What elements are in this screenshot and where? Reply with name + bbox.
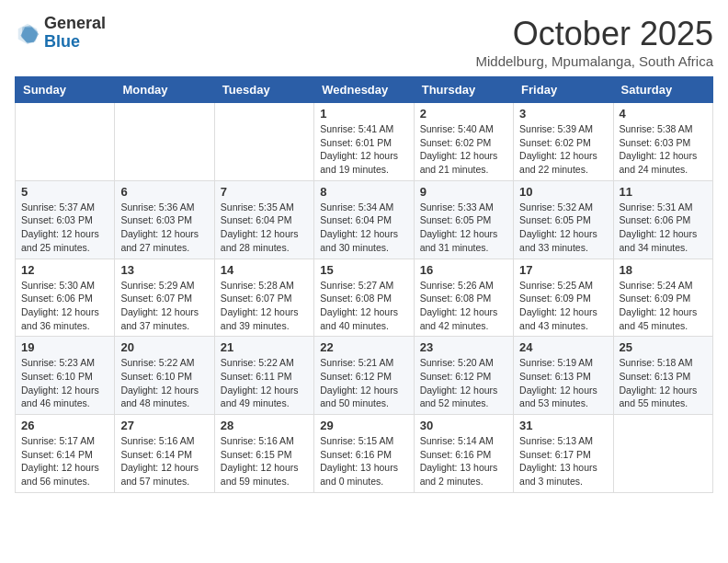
table-row: 15Sunrise: 5:27 AMSunset: 6:08 PMDayligh…	[314, 259, 414, 337]
table-row: 24Sunrise: 5:19 AMSunset: 6:13 PMDayligh…	[514, 337, 613, 415]
table-row: 3Sunrise: 5:39 AMSunset: 6:02 PMDaylight…	[514, 103, 613, 181]
table-row: 29Sunrise: 5:15 AMSunset: 6:16 PMDayligh…	[314, 415, 414, 493]
table-row: 2Sunrise: 5:40 AMSunset: 6:02 PMDaylight…	[414, 103, 513, 181]
day-info: Sunrise: 5:36 AMSunset: 6:03 PMDaylight:…	[120, 201, 208, 255]
day-number: 24	[519, 340, 607, 354]
day-info: Sunrise: 5:33 AMSunset: 6:05 PMDaylight:…	[420, 201, 507, 255]
day-info: Sunrise: 5:25 AMSunset: 6:09 PMDaylight:…	[519, 279, 607, 333]
table-row: 6Sunrise: 5:36 AMSunset: 6:03 PMDaylight…	[115, 180, 214, 259]
table-row: 10Sunrise: 5:32 AMSunset: 6:05 PMDayligh…	[514, 180, 613, 259]
table-row	[16, 103, 115, 181]
logo-text: General Blue	[44, 15, 106, 52]
day-info: Sunrise: 5:39 AMSunset: 6:02 PMDaylight:…	[519, 122, 607, 177]
day-info: Sunrise: 5:21 AMSunset: 6:12 PMDaylight:…	[320, 356, 407, 410]
day-number: 7	[221, 185, 308, 199]
day-info: Sunrise: 5:22 AMSunset: 6:11 PMDaylight:…	[221, 356, 308, 410]
day-info: Sunrise: 5:16 AMSunset: 6:15 PMDaylight:…	[221, 434, 308, 488]
day-info: Sunrise: 5:28 AMSunset: 6:07 PMDaylight:…	[221, 279, 308, 333]
table-row: 12Sunrise: 5:30 AMSunset: 6:06 PMDayligh…	[16, 259, 115, 337]
day-info: Sunrise: 5:13 AMSunset: 6:17 PMDaylight:…	[519, 434, 607, 488]
day-number: 9	[420, 185, 507, 199]
logo: General Blue	[15, 15, 106, 52]
table-row: 5Sunrise: 5:37 AMSunset: 6:03 PMDaylight…	[16, 180, 115, 259]
day-info: Sunrise: 5:40 AMSunset: 6:02 PMDaylight:…	[420, 122, 507, 177]
day-info: Sunrise: 5:31 AMSunset: 6:06 PMDaylight:…	[620, 201, 707, 255]
table-row: 20Sunrise: 5:22 AMSunset: 6:10 PMDayligh…	[115, 337, 214, 415]
col-friday: Friday	[514, 77, 613, 103]
table-row: 30Sunrise: 5:14 AMSunset: 6:16 PMDayligh…	[414, 415, 513, 493]
day-number: 18	[620, 263, 707, 277]
day-number: 1	[320, 107, 407, 121]
day-number: 16	[420, 263, 507, 277]
day-number: 14	[221, 263, 308, 277]
day-number: 19	[21, 340, 108, 354]
table-row: 17Sunrise: 5:25 AMSunset: 6:09 PMDayligh…	[514, 259, 613, 337]
day-info: Sunrise: 5:14 AMSunset: 6:16 PMDaylight:…	[420, 434, 507, 488]
day-number: 6	[120, 185, 208, 199]
table-row: 31Sunrise: 5:13 AMSunset: 6:17 PMDayligh…	[514, 415, 613, 493]
table-row: 26Sunrise: 5:17 AMSunset: 6:14 PMDayligh…	[16, 415, 115, 493]
title-block: October 2025 Middelburg, Mpumalanga, Sou…	[476, 15, 713, 69]
day-number: 23	[420, 340, 507, 354]
day-info: Sunrise: 5:30 AMSunset: 6:06 PMDaylight:…	[21, 279, 108, 333]
table-row	[214, 103, 313, 181]
table-row: 1Sunrise: 5:41 AMSunset: 6:01 PMDaylight…	[314, 103, 414, 181]
day-info: Sunrise: 5:38 AMSunset: 6:03 PMDaylight:…	[620, 122, 707, 177]
calendar-week-row: 12Sunrise: 5:30 AMSunset: 6:06 PMDayligh…	[16, 259, 713, 337]
calendar-week-row: 26Sunrise: 5:17 AMSunset: 6:14 PMDayligh…	[16, 415, 713, 493]
table-row: 19Sunrise: 5:23 AMSunset: 6:10 PMDayligh…	[16, 337, 115, 415]
day-number: 3	[519, 107, 607, 121]
day-info: Sunrise: 5:17 AMSunset: 6:14 PMDaylight:…	[21, 434, 108, 488]
day-number: 4	[620, 107, 707, 121]
day-number: 27	[120, 419, 208, 432]
day-number: 13	[120, 263, 208, 277]
day-number: 30	[420, 419, 507, 432]
day-number: 5	[21, 185, 108, 199]
day-info: Sunrise: 5:20 AMSunset: 6:12 PMDaylight:…	[420, 356, 507, 410]
day-info: Sunrise: 5:32 AMSunset: 6:05 PMDaylight:…	[519, 201, 607, 255]
day-info: Sunrise: 5:41 AMSunset: 6:01 PMDaylight:…	[320, 122, 407, 177]
day-info: Sunrise: 5:27 AMSunset: 6:08 PMDaylight:…	[320, 279, 407, 333]
col-monday: Monday	[115, 77, 214, 103]
table-row	[115, 103, 214, 181]
day-number: 10	[519, 185, 607, 199]
table-row: 22Sunrise: 5:21 AMSunset: 6:12 PMDayligh…	[314, 337, 414, 415]
day-number: 2	[420, 107, 507, 121]
table-row: 7Sunrise: 5:35 AMSunset: 6:04 PMDaylight…	[214, 180, 313, 259]
day-number: 12	[21, 263, 108, 277]
table-row: 11Sunrise: 5:31 AMSunset: 6:06 PMDayligh…	[613, 180, 712, 259]
day-info: Sunrise: 5:15 AMSunset: 6:16 PMDaylight:…	[320, 434, 407, 488]
day-number: 15	[320, 263, 407, 277]
table-row: 25Sunrise: 5:18 AMSunset: 6:13 PMDayligh…	[613, 337, 712, 415]
day-info: Sunrise: 5:22 AMSunset: 6:10 PMDaylight:…	[120, 356, 208, 410]
table-row: 9Sunrise: 5:33 AMSunset: 6:05 PMDaylight…	[414, 180, 513, 259]
table-row: 27Sunrise: 5:16 AMSunset: 6:14 PMDayligh…	[115, 415, 214, 493]
calendar-week-row: 19Sunrise: 5:23 AMSunset: 6:10 PMDayligh…	[16, 337, 713, 415]
col-tuesday: Tuesday	[214, 77, 313, 103]
day-number: 26	[21, 419, 108, 432]
day-info: Sunrise: 5:18 AMSunset: 6:13 PMDaylight:…	[620, 356, 707, 410]
day-info: Sunrise: 5:19 AMSunset: 6:13 PMDaylight:…	[519, 356, 607, 410]
table-row: 21Sunrise: 5:22 AMSunset: 6:11 PMDayligh…	[214, 337, 313, 415]
logo-icon	[15, 20, 40, 46]
table-row: 28Sunrise: 5:16 AMSunset: 6:15 PMDayligh…	[214, 415, 313, 493]
day-info: Sunrise: 5:35 AMSunset: 6:04 PMDaylight:…	[221, 201, 308, 255]
table-row: 18Sunrise: 5:24 AMSunset: 6:09 PMDayligh…	[613, 259, 712, 337]
calendar-week-row: 1Sunrise: 5:41 AMSunset: 6:01 PMDaylight…	[16, 103, 713, 181]
table-row: 23Sunrise: 5:20 AMSunset: 6:12 PMDayligh…	[414, 337, 513, 415]
day-info: Sunrise: 5:23 AMSunset: 6:10 PMDaylight:…	[21, 356, 108, 410]
day-number: 28	[221, 419, 308, 432]
day-number: 20	[120, 340, 208, 354]
col-saturday: Saturday	[613, 77, 712, 103]
day-info: Sunrise: 5:37 AMSunset: 6:03 PMDaylight:…	[21, 201, 108, 255]
day-number: 11	[620, 185, 707, 199]
table-row: 16Sunrise: 5:26 AMSunset: 6:08 PMDayligh…	[414, 259, 513, 337]
col-sunday: Sunday	[16, 77, 115, 103]
day-info: Sunrise: 5:26 AMSunset: 6:08 PMDaylight:…	[420, 279, 507, 333]
day-info: Sunrise: 5:29 AMSunset: 6:07 PMDaylight:…	[120, 279, 208, 333]
calendar-header-row: Sunday Monday Tuesday Wednesday Thursday…	[16, 77, 713, 103]
day-number: 21	[221, 340, 308, 354]
day-number: 22	[320, 340, 407, 354]
calendar-week-row: 5Sunrise: 5:37 AMSunset: 6:03 PMDaylight…	[16, 180, 713, 259]
table-row: 4Sunrise: 5:38 AMSunset: 6:03 PMDaylight…	[613, 103, 712, 181]
